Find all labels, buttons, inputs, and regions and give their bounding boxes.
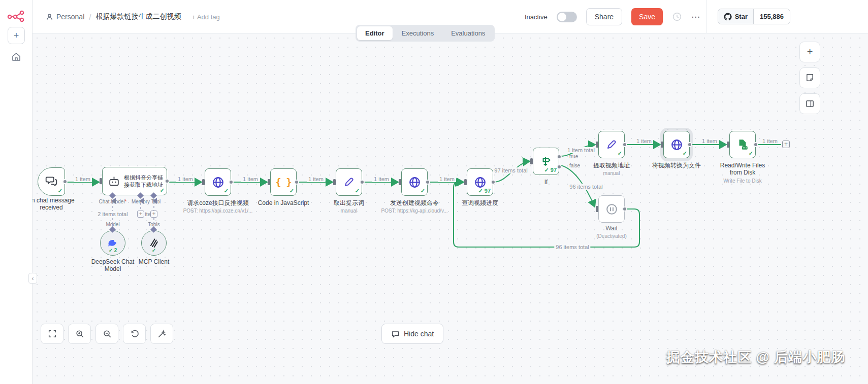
fit-view-button[interactable] [41,324,63,344]
node-http-coze[interactable]: ✓ [205,168,231,196]
node-ai-agent[interactable]: 根据抖音分享链接获取下载地址 ✓ [102,167,167,195]
success-check: ✓ [224,188,229,194]
node-query-progress[interactable]: ✓ 97 [467,168,493,196]
code-braces-icon: { } [275,177,291,188]
connection-label: 1 item total [566,147,596,153]
node-extract-prompt[interactable]: ✓ [336,168,362,196]
node-wait-deactivated[interactable] [598,195,625,223]
more-menu-button[interactable]: ⋯ [691,12,700,22]
connection-label: 1 item [635,138,653,144]
globe-icon [670,138,684,152]
node-label: 查询视频进度 [437,199,523,206]
node-extract-video-url[interactable]: ✓ [598,131,625,158]
success-check: ✓ 97 [544,167,557,173]
zoom-out-button[interactable] [95,324,118,344]
output-port[interactable] [62,179,68,184]
connection-label: 96 items total [554,244,590,250]
breadcrumb-project[interactable]: Personal [46,13,84,21]
node-mcp-client[interactable]: ✓ [141,230,167,256]
connection-label: 1 item [74,176,92,182]
node-if[interactable]: ✓ 97 [533,148,559,175]
connection-label: 96 items total [568,184,604,190]
note-icon [805,73,815,83]
file-disk-icon [736,138,749,151]
zoom-in-icon [75,329,84,338]
output-port[interactable] [229,180,234,185]
add-tag-button[interactable]: + Add tag [191,13,219,21]
node-chat-trigger[interactable]: ✓ [38,167,65,196]
success-check: ✓ [421,188,425,194]
tab-evaluations[interactable]: Evaluations [443,26,493,40]
success-check: ✓ 97 [478,188,491,194]
collapse-sidebar-chevron[interactable]: ‹ [28,273,37,284]
toggle-panel-button[interactable] [799,93,820,114]
output-port[interactable] [425,180,430,185]
share-button[interactable]: Share [586,8,622,25]
breadcrumb-separator: / [89,13,91,21]
active-toggle[interactable] [557,12,577,22]
history-clock-icon[interactable] [672,12,682,22]
success-check: ✓ [749,150,753,157]
connection-label: 1 item [372,176,391,182]
input-port [333,179,336,185]
node-label: MCP Client [125,258,182,265]
false-output-port[interactable] [557,164,562,169]
watermark-text: 掘金技术社区 @ 后端小肥肠 [666,348,845,366]
node-deepseek-chat-model[interactable]: ✓ 2 [100,230,125,256]
workflow-status-label: Inactive [525,13,548,21]
output-port[interactable] [360,180,365,185]
fit-view-icon [48,329,57,338]
add-tool-button[interactable]: + [150,211,157,218]
hide-chat-button[interactable]: Hide chat [381,324,443,344]
workflow-canvas[interactable]: ✓ en chat message received 根据抖音分享链接获取下载地… [33,33,868,384]
chat-bubble-icon [391,330,400,338]
node-create-video[interactable]: ✓ [401,168,428,196]
zoom-out-icon [103,329,112,338]
github-icon [724,13,732,21]
zoom-add-button[interactable]: + [799,42,820,62]
node-label: Read/Write Files from DiskWrite File to … [714,162,771,184]
output-port[interactable] [165,179,170,184]
chat-icon [45,175,58,188]
node-convert-to-file[interactable]: ✓ [663,131,690,158]
add-next-node-button[interactable]: + [782,141,790,148]
reset-zoom-button[interactable] [123,324,146,344]
output-port[interactable] [622,142,627,147]
output-port[interactable] [294,180,299,185]
success-check: ✓ [290,188,294,194]
tidy-up-button[interactable] [150,324,173,344]
connection-label: 1 item [176,176,195,182]
node-label: Wait(Deactivated) [568,225,655,239]
node-code[interactable]: { } ✓ [270,168,297,196]
input-port [100,178,102,184]
workflow-name[interactable]: 根据爆款链接生成二创视频 [95,12,181,21]
tab-editor[interactable]: Editor [357,26,393,40]
signpost-icon [539,155,553,168]
globe-icon [473,176,487,189]
node-read-write-files[interactable]: ✓ [729,131,756,158]
save-button[interactable]: Save [631,8,663,25]
true-output-port[interactable] [557,154,562,159]
input-port [727,142,729,148]
pen-icon [342,176,356,189]
pause-circle-icon [605,202,619,216]
github-star-label: Star [735,13,748,20]
memory-port-label: Memory [132,199,150,204]
sticky-note-button[interactable] [799,67,820,88]
output-port[interactable] [622,206,627,212]
output-port[interactable] [687,142,692,147]
connection-label: 1 item [241,176,260,182]
github-star-widget[interactable]: Star 155,886 [718,9,790,24]
output-port[interactable] [753,142,758,147]
tab-executions[interactable]: Executions [394,26,442,40]
header-divider [706,0,706,33]
left-sidebar: + [0,0,33,384]
home-icon[interactable] [11,52,21,62]
input-port [464,179,467,185]
output-port[interactable] [491,180,496,185]
tool-port-label: Tool [151,199,160,204]
add-memory-button[interactable]: + [137,211,144,218]
sidebar-add-workflow-button[interactable]: + [8,27,25,44]
zoom-in-button[interactable] [68,324,91,344]
connection-label: 1 item [307,176,325,182]
